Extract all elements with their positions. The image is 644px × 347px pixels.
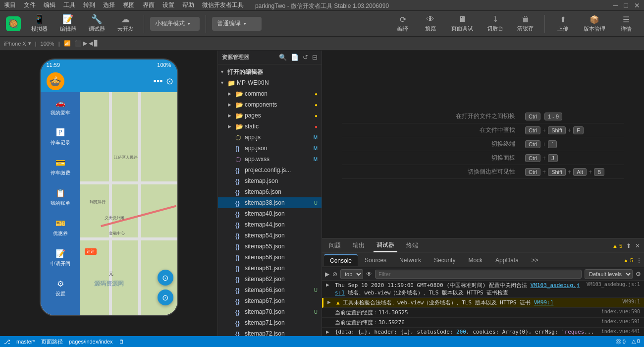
folder-components[interactable]: ▶ 📂 components ● bbox=[218, 99, 322, 110]
upload-button[interactable]: ⬆ 上传 bbox=[551, 13, 575, 35]
file-sitemap56[interactable]: {} sitemap56.json bbox=[218, 252, 322, 263]
key-alt: Alt bbox=[573, 168, 587, 176]
simulator-button[interactable]: 📱 模拟器 bbox=[27, 12, 52, 35]
eye-icon[interactable]: 👁 bbox=[366, 271, 372, 278]
file-sitemap67[interactable]: {} sitemap67.json bbox=[218, 295, 322, 306]
tab-terminal[interactable]: 终端 bbox=[403, 239, 421, 252]
file-sitemap70[interactable]: {} sitemap70.json U bbox=[218, 306, 322, 317]
phone-time: 11:59 bbox=[47, 62, 60, 68]
menu-item-interface[interactable]: 界面 bbox=[143, 1, 155, 9]
window-title: parkingTwo - 微信开发者工具 Stable 1.03.2006090 bbox=[255, 2, 389, 10]
file-sitemap71[interactable]: {} sitemap71.json bbox=[218, 317, 322, 328]
menu-bar: 项目 文件 编辑 工具 转到 选择 视图 界面 设置 帮助 微信开发者工具 pa… bbox=[0, 0, 644, 11]
file-sitemap55[interactable]: {} sitemap55.json bbox=[218, 241, 322, 252]
folder-pages[interactable]: ▶ 📂 pages ● bbox=[218, 110, 322, 121]
file-sitemap40[interactable]: {} sitemap40.json bbox=[218, 208, 322, 219]
file-sitemap6[interactable]: {} sitemap6.json bbox=[218, 186, 322, 197]
devtools-tab-appdata[interactable]: AppData bbox=[489, 255, 525, 266]
menu-item-goto[interactable]: 转到 bbox=[83, 1, 95, 9]
json-icon: {} bbox=[235, 145, 243, 152]
filter-input[interactable] bbox=[375, 270, 582, 279]
details-button[interactable]: ☰ 详情 bbox=[614, 13, 638, 35]
tab-debugger[interactable]: 调试器 bbox=[374, 239, 397, 252]
clear-cache-button[interactable]: 🗑 清缓存 bbox=[512, 13, 538, 34]
compile-mode-dropdown[interactable]: 普通编译 ▾ bbox=[212, 17, 262, 31]
preview-button[interactable]: 👁 预览 bbox=[419, 13, 442, 34]
settings-gear-icon[interactable]: ⚙ bbox=[636, 271, 641, 278]
block-icon[interactable]: ⊘ bbox=[332, 271, 337, 278]
cloud-button[interactable]: ☁ 云开发 bbox=[113, 12, 138, 35]
folder-common[interactable]: ▶ 📂 common ● bbox=[218, 88, 322, 99]
devtools-tab-network[interactable]: Network bbox=[393, 255, 427, 266]
new-file-icon[interactable]: 📄 bbox=[291, 54, 299, 61]
map-label-4: 金融中心 bbox=[109, 231, 125, 236]
tab-problems[interactable]: 问题 bbox=[326, 239, 344, 252]
menu-item-view[interactable]: 视图 bbox=[123, 1, 135, 9]
file-sitemap62[interactable]: {} sitemap62.json bbox=[218, 274, 322, 285]
devtools-tab-security[interactable]: Security bbox=[428, 255, 461, 266]
sidebar-my-car[interactable]: 🚗 我的爱车 bbox=[41, 92, 80, 122]
sidebar-open-gate[interactable]: 📝 申请开闸 bbox=[41, 243, 80, 273]
wxss-icon: ⬡ bbox=[235, 156, 243, 163]
resize-up-icon[interactable]: ⬆ bbox=[626, 242, 631, 249]
devtools-tab-sources[interactable]: Sources bbox=[359, 255, 392, 266]
project-root[interactable]: ▼ 📁 MP-WEIXIN bbox=[218, 77, 322, 88]
file-sitemap54[interactable]: {} sitemap54.json bbox=[218, 230, 322, 241]
sidebar-parking-pay[interactable]: 💳 停车缴费 bbox=[41, 152, 80, 182]
expand-icon-5[interactable]: ▶ bbox=[326, 329, 331, 335]
git-icon: ⎇ bbox=[4, 339, 10, 345]
editor-button[interactable]: 📝 编辑器 bbox=[55, 12, 80, 35]
file-sitemap61[interactable]: {} sitemap61.json bbox=[218, 263, 322, 274]
device-selector[interactable]: iPhone X ▾ bbox=[4, 40, 31, 47]
file-app-wxss[interactable]: ⬡ app.wxss M bbox=[218, 154, 322, 165]
menu-item-select[interactable]: 选择 bbox=[103, 1, 115, 9]
badge-static: ● bbox=[315, 124, 320, 129]
refresh-icon[interactable]: ↺ bbox=[303, 54, 308, 61]
sub-toolbar: iPhone X ▾ | 100% | 📶 ⬛ ▶ ◀ ▊ bbox=[0, 37, 644, 51]
expand-icon-2[interactable]: ▶ bbox=[327, 299, 332, 305]
expand-icon-1[interactable]: ▶ bbox=[326, 282, 331, 288]
opening-editors-section[interactable]: ▼ 打开的编辑器 bbox=[218, 66, 322, 77]
menu-item-help[interactable]: 帮助 bbox=[182, 1, 194, 9]
sidebar-my-bill[interactable]: 📋 我的账单 bbox=[41, 182, 80, 213]
file-sitemap66[interactable]: {} sitemap66.json U bbox=[218, 285, 322, 295]
tab-output[interactable]: 输出 bbox=[350, 239, 368, 252]
menu-item-settings[interactable]: 设置 bbox=[162, 1, 174, 9]
file-sitemap-json[interactable]: {} sitemap.json bbox=[218, 175, 322, 186]
console-more-icon[interactable]: ⋮ bbox=[636, 257, 642, 264]
close-console-icon[interactable]: ✕ bbox=[635, 242, 640, 249]
mini-mode-dropdown[interactable]: 小程序模式 ▾ bbox=[150, 17, 200, 31]
menu-item-edit[interactable]: 编辑 bbox=[44, 1, 55, 9]
file-app-json[interactable]: {} app.json M bbox=[218, 143, 322, 154]
menu-item-tools[interactable]: 工具 bbox=[63, 1, 75, 9]
menu-item-weixin-tools[interactable]: 微信开发者工具 bbox=[202, 1, 244, 9]
shortcut-toggle-terminal: 切换终端 Ctrl + ` bbox=[342, 137, 624, 151]
play-icon[interactable]: ▶ bbox=[325, 271, 329, 278]
backend-button[interactable]: ⤵ 切后台 bbox=[482, 13, 508, 34]
version-manager-button[interactable]: 📦 版本管理 bbox=[579, 13, 610, 35]
search-icon[interactable]: 🔍 bbox=[279, 54, 287, 61]
devtools-tab-mock[interactable]: Mock bbox=[462, 255, 488, 266]
sidebar-parking-record[interactable]: 🅿 停车记录 bbox=[41, 122, 80, 152]
collapse-icon[interactable]: ⊟ bbox=[312, 54, 318, 61]
maximize-button[interactable]: □ bbox=[624, 1, 628, 9]
minimize-button[interactable]: ─ bbox=[613, 1, 618, 9]
level-selector[interactable]: Default levels bbox=[585, 269, 633, 279]
file-sitemap44[interactable]: {} sitemap44.json bbox=[218, 219, 322, 230]
compile-button[interactable]: ⟳ 编译 bbox=[391, 13, 415, 35]
close-button[interactable]: ✕ bbox=[634, 1, 640, 9]
sidebar-settings[interactable]: ⚙ 设置 bbox=[41, 273, 80, 303]
file-project-config[interactable]: {} project.config.js... bbox=[218, 165, 322, 175]
menu-item-project[interactable]: 项目 bbox=[4, 1, 16, 9]
file-app-js[interactable]: ⬡ app.js M bbox=[218, 132, 322, 143]
file-sitemap38[interactable]: {} sitemap38.json U bbox=[218, 197, 322, 208]
devtools-tab-more[interactable]: >> bbox=[526, 255, 544, 266]
debugger-button[interactable]: 🔧 调试器 bbox=[84, 12, 109, 35]
devtools-tab-console[interactable]: Console bbox=[324, 254, 358, 266]
menu-item-file[interactable]: 文件 bbox=[24, 1, 36, 9]
context-selector[interactable]: top bbox=[340, 269, 363, 279]
sidebar-coupon[interactable]: 🎫 优惠券 bbox=[41, 213, 80, 243]
page-debug-button[interactable]: 🖥 页面调试 bbox=[446, 13, 478, 34]
folder-static[interactable]: ▶ 📂 static ● bbox=[218, 121, 322, 132]
location-button-2[interactable]: ⊙ bbox=[158, 289, 173, 305]
